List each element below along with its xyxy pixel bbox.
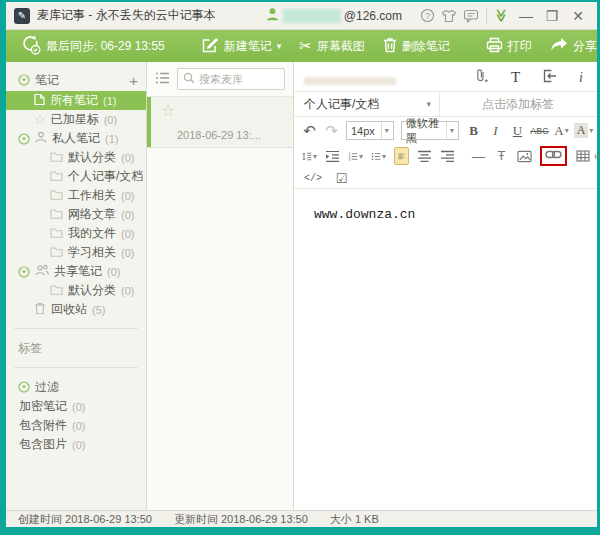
collapse-toggle-icon[interactable] (18, 74, 30, 86)
bold-icon[interactable]: B (466, 122, 481, 140)
chevron-down-icon: ▾ (313, 152, 317, 161)
new-note-button[interactable]: 新建笔记 ▾ (201, 37, 282, 56)
info-icon[interactable]: i (579, 70, 583, 86)
star-icon[interactable]: ☆ (161, 102, 175, 119)
sidebar-folder-web-articles[interactable]: 网络文章 (0) (6, 205, 146, 224)
category-dropdown[interactable]: 个人记事/文档 ▾ (294, 92, 440, 116)
sidebar-item-count: (0) (121, 247, 134, 259)
undo-icon[interactable]: ↶ (302, 122, 317, 140)
bullet-list-button[interactable]: ▾ (371, 147, 386, 165)
app-logo-icon: ✎ (14, 8, 30, 24)
underline-icon[interactable]: U (510, 122, 525, 140)
sidebar-folder-shared-default[interactable]: 默认分类 (0) (6, 281, 146, 300)
add-tag-field[interactable]: 点击添加标签 (440, 92, 597, 116)
help-icon[interactable]: ? (416, 6, 438, 26)
menu-chevron-icon[interactable]: ≫ (491, 6, 513, 26)
minimize-button[interactable]: — (513, 6, 539, 26)
filter-item-count: (0) (72, 401, 85, 413)
filter-item-attachments[interactable]: 包含附件 (0) (6, 416, 146, 435)
strikethrough-icon[interactable]: ABC (532, 122, 547, 140)
sync-status[interactable]: 最后同步: 06-29 13:55 (20, 34, 165, 58)
sidebar-item-label: 学习相关 (68, 244, 116, 261)
note-title-row[interactable]: T i (294, 62, 597, 91)
align-left-icon[interactable] (394, 147, 409, 165)
todo-checkbox-icon[interactable]: ☑ (334, 169, 349, 187)
main-toolbar: 最后同步: 06-29 13:55 新建笔记 ▾ ✂ 屏幕截图 删除笔记 (6, 30, 597, 62)
horizontal-rule-icon[interactable]: — (471, 147, 486, 165)
people-icon (35, 264, 49, 279)
selected-indicator (147, 97, 151, 147)
folder-icon (50, 284, 63, 298)
sidebar-item-label: 回收站 (51, 301, 87, 318)
sidebar-item-starred[interactable]: ☆ 已加星标 (0) (6, 110, 146, 129)
new-note-icon (201, 37, 219, 56)
code-block-icon[interactable]: </> (304, 169, 322, 187)
filter-item-encrypted[interactable]: 加密笔记 (0) (6, 397, 146, 416)
font-size-select[interactable]: 14px ▾ (346, 121, 394, 140)
category-value: 个人记事/文档 (304, 96, 379, 113)
search-box[interactable] (177, 68, 285, 90)
export-icon[interactable] (542, 69, 557, 86)
highlight-color-button[interactable]: A ▾ (576, 122, 591, 140)
sidebar-item-count: (0) (121, 209, 134, 221)
sidebar-section-filter[interactable]: 过滤 (6, 377, 146, 397)
align-right-icon[interactable] (440, 147, 455, 165)
collapse-toggle-icon[interactable] (18, 266, 30, 278)
collapse-toggle-icon[interactable] (18, 381, 30, 393)
anchor-icon[interactable]: Ŧ (494, 147, 509, 165)
sidebar-folder-work[interactable]: 工作相关 (0) (6, 186, 146, 205)
screenshot-button[interactable]: ✂ 屏幕截图 (299, 37, 365, 55)
notes-header-label: 笔记 (35, 72, 59, 89)
print-button[interactable]: 打印 (486, 37, 532, 56)
insert-table-icon[interactable] (575, 147, 590, 165)
note-content-area[interactable]: www.downza.cn (294, 188, 597, 510)
sidebar-folder-personal-docs[interactable]: 个人记事/文档 (1) (6, 167, 146, 186)
sidebar-section-tags[interactable]: 标签 (6, 338, 146, 358)
maximize-button[interactable]: ❐ (539, 6, 565, 26)
sidebar-item-label: 默认分类 (68, 282, 116, 299)
font-family-select[interactable]: 微软雅黑 ▾ (401, 121, 459, 140)
align-center-icon[interactable] (417, 147, 432, 165)
folder-icon (50, 227, 63, 241)
sidebar-item-label: 所有笔记 (50, 92, 98, 109)
filter-item-images[interactable]: 包含图片 (0) (6, 435, 146, 454)
insert-image-icon[interactable] (517, 147, 532, 165)
share-label: 分享 (573, 38, 597, 55)
collapse-toggle-icon[interactable] (18, 133, 30, 145)
close-button[interactable]: ✕ (565, 6, 591, 26)
sidebar-divider (14, 328, 138, 329)
sidebar-item-count: (0) (107, 266, 120, 278)
line-spacing-button[interactable]: ▾ (302, 147, 317, 165)
redo-icon[interactable]: ↷ (324, 122, 339, 140)
sidebar-folder-default[interactable]: 默认分类 (0) (6, 148, 146, 167)
sidebar-item-shared-notes[interactable]: 共享笔记 (0) (6, 262, 146, 281)
add-category-icon[interactable]: + (129, 73, 138, 88)
sidebar-item-count: (0) (121, 285, 134, 297)
insert-link-highlighted[interactable] (540, 146, 567, 166)
sidebar-item-private-notes[interactable]: 私人笔记 (1) (6, 129, 146, 148)
list-view-icon[interactable] (155, 72, 170, 87)
attachment-icon[interactable] (474, 68, 489, 87)
print-label: 打印 (508, 38, 532, 55)
font-color-button[interactable]: A ▾ (554, 122, 569, 140)
text-format-icon[interactable]: T (511, 69, 520, 86)
sidebar-folder-my-files[interactable]: 我的文件 (0) (6, 224, 146, 243)
new-note-caret-icon[interactable]: ▾ (277, 42, 282, 51)
ordered-list-button[interactable]: 123 ▾ (348, 147, 363, 165)
account-info[interactable]: @126.com (265, 7, 402, 24)
sidebar-item-recycle-bin[interactable]: 回收站 (5) (6, 300, 146, 319)
search-input[interactable] (199, 73, 279, 85)
sidebar-item-all-notes[interactable]: 所有笔记 (1) (6, 91, 146, 110)
indent-icon[interactable] (325, 147, 340, 165)
note-list-item[interactable]: ☆ 2018-06-29 13:... (147, 96, 293, 148)
category-tag-row: 个人记事/文档 ▾ 点击添加标签 (294, 91, 597, 117)
delete-note-button[interactable]: 删除笔记 (383, 37, 450, 56)
sidebar-item-label: 私人笔记 (52, 130, 100, 147)
skin-theme-icon[interactable] (438, 6, 460, 26)
sidebar-folder-study[interactable]: 学习相关 (0) (6, 243, 146, 262)
feedback-icon[interactable] (460, 6, 482, 26)
share-button[interactable]: 分享 ▾ (550, 37, 600, 55)
sidebar-item-label: 工作相关 (68, 187, 116, 204)
italic-icon[interactable]: I (488, 122, 503, 140)
sidebar-section-notes[interactable]: 笔记 + (6, 69, 146, 91)
